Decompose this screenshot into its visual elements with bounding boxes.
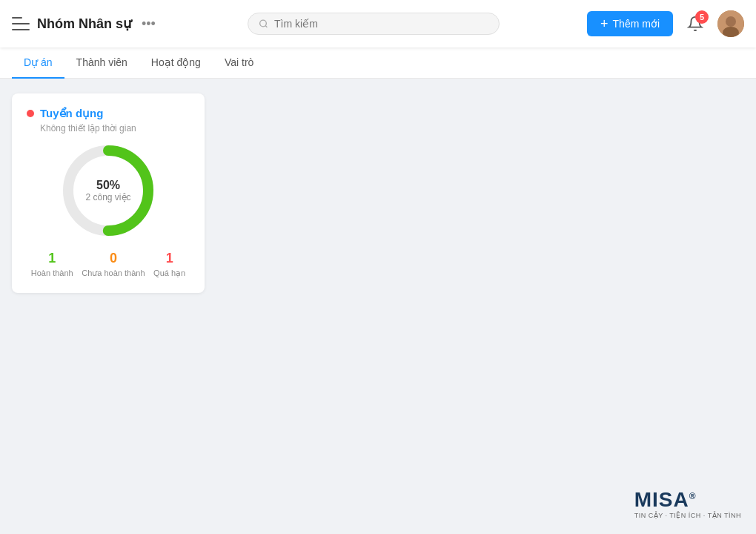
menu-icon[interactable] <box>12 17 30 30</box>
more-options-icon[interactable]: ••• <box>142 16 156 32</box>
tab-du-an[interactable]: Dự án <box>12 47 64 79</box>
tab-vai-tro[interactable]: Vai trò <box>213 47 265 79</box>
donut-wrapper: 50% 2 công việc <box>27 142 190 239</box>
stat-label-hoan-thanh: Hoàn thành <box>31 268 73 277</box>
project-card[interactable]: Tuyển dụng Không thiết lập thời gian 50%… <box>12 93 205 293</box>
add-new-button[interactable]: + Thêm mới <box>587 11 673 36</box>
stats-row: 1 Hoàn thành 0 Chưa hoàn thành 1 Quá hạn <box>27 251 190 278</box>
misa-logo: MISA® TIN CẬY · TIỆN ÍCH · TẬN TÌNH <box>634 490 741 519</box>
donut-percent: 50% <box>85 178 130 192</box>
project-name: Tuyển dụng <box>40 107 103 120</box>
misa-tagline: TIN CẬY · TIỆN ÍCH · TẬN TÌNH <box>634 512 741 519</box>
stat-label-qua-han: Quá hạn <box>153 268 185 278</box>
donut-center: 50% 2 công việc <box>85 178 130 202</box>
search-box <box>248 13 500 35</box>
stat-qua-han: 1 Quá hạn <box>153 251 185 278</box>
add-button-label: Thêm mới <box>613 18 660 30</box>
header-left: Nhóm Nhân sự ••• <box>12 16 160 32</box>
header-right: + Thêm mới 5 <box>587 10 744 37</box>
avatar-image <box>717 10 744 37</box>
tab-thanh-vien[interactable]: Thành viên <box>64 47 139 79</box>
misa-logo-text: MISA® <box>634 490 741 510</box>
svg-point-0 <box>260 20 267 27</box>
project-time: Không thiết lập thời gian <box>27 123 190 134</box>
project-card-header: Tuyển dụng <box>27 107 190 120</box>
tabs-bar: Dự án Thành viên Hoạt động Vai trò <box>0 47 756 79</box>
header: Nhóm Nhân sự ••• + Thêm mới 5 <box>0 0 756 47</box>
notification-badge: 5 <box>695 10 709 24</box>
stat-number-chua-hoan-thanh: 0 <box>82 251 145 267</box>
stat-chua-hoan-thanh: 0 Chưa hoàn thành <box>82 251 145 278</box>
main-content: Tuyển dụng Không thiết lập thời gian 50%… <box>0 79 756 532</box>
stat-number-qua-han: 1 <box>153 251 185 267</box>
plus-icon: + <box>600 17 609 30</box>
stat-number-hoan-thanh: 1 <box>31 251 73 267</box>
search-icon <box>259 19 268 29</box>
stat-hoan-thanh: 1 Hoàn thành <box>31 251 73 278</box>
search-wrapper <box>160 13 587 35</box>
tab-hoat-dong[interactable]: Hoạt động <box>139 47 213 79</box>
donut-chart: 50% 2 công việc <box>60 142 156 239</box>
avatar[interactable] <box>717 10 744 37</box>
donut-jobs: 2 công việc <box>85 193 130 203</box>
page-title: Nhóm Nhân sự <box>37 16 131 32</box>
svg-point-3 <box>726 16 736 27</box>
status-dot <box>27 110 34 117</box>
notification-button[interactable]: 5 <box>682 10 709 37</box>
svg-line-1 <box>265 26 267 27</box>
search-input[interactable] <box>274 18 488 30</box>
stat-label-chua-hoan-thanh: Chưa hoàn thành <box>82 268 145 278</box>
